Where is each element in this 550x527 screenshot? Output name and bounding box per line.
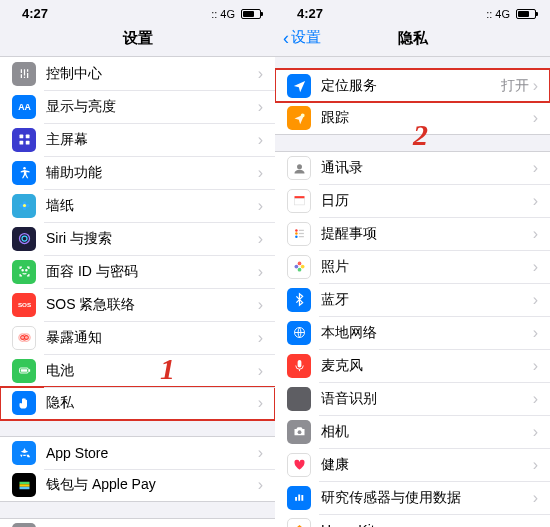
- row-label: 跟踪: [321, 109, 533, 127]
- chevron-right-icon: ›: [258, 395, 263, 411]
- row-label: 日历: [321, 192, 533, 210]
- row-label: SOS 紧急联络: [46, 296, 258, 314]
- chevron-right-icon: ›: [258, 363, 263, 379]
- chevron-right-icon: ›: [258, 198, 263, 214]
- chevron-right-icon: ›: [533, 78, 538, 94]
- bluetooth-icon: [287, 288, 311, 312]
- siri-icon: [12, 227, 36, 251]
- settings-row-contacts[interactable]: 通讯录›: [275, 151, 550, 184]
- page-title: 设置: [123, 29, 153, 46]
- settings-row-calendar[interactable]: 日历›: [275, 184, 550, 217]
- chevron-right-icon: ›: [533, 193, 538, 209]
- settings-row-aa[interactable]: AA显示与亮度›: [0, 90, 275, 123]
- status-time: 4:27: [22, 6, 48, 21]
- settings-row-speech[interactable]: 语音识别›: [275, 382, 550, 415]
- aa-icon: AA: [12, 95, 36, 119]
- settings-row-key[interactable]: 密码›: [0, 518, 275, 527]
- health-icon: [287, 453, 311, 477]
- svg-point-40: [294, 265, 298, 269]
- settings-list[interactable]: 控制中心›AA显示与亮度›主屏幕›辅助功能›墙纸›Siri 与搜索›面容 ID …: [0, 57, 275, 527]
- svg-point-31: [295, 229, 298, 232]
- settings-row-astore[interactable]: App Store›: [0, 436, 275, 469]
- row-label: 暴露通知: [46, 329, 258, 347]
- svg-rect-24: [19, 484, 29, 487]
- svg-rect-25: [19, 486, 29, 489]
- svg-point-32: [295, 232, 298, 235]
- settings-row-sos[interactable]: SOSSOS 紧急联络›: [0, 288, 275, 321]
- photos-icon: [287, 255, 311, 279]
- status-time: 4:27: [297, 6, 323, 21]
- settings-row-homekit[interactable]: HomeKit›: [275, 514, 550, 527]
- tracking-icon: [287, 106, 311, 130]
- back-button[interactable]: ‹ 设置: [283, 28, 321, 47]
- row-label: 麦克风: [321, 357, 533, 375]
- settings-row-photos[interactable]: 照片›: [275, 250, 550, 283]
- face-icon: [12, 260, 36, 284]
- settings-row-research[interactable]: 研究传感器与使用数据›: [275, 481, 550, 514]
- settings-row-access[interactable]: 辅助功能›: [0, 156, 275, 189]
- battery-icon: [12, 359, 36, 383]
- row-label: 主屏幕: [46, 131, 258, 149]
- row-label: 研究传感器与使用数据: [321, 489, 533, 507]
- settings-row-wallet[interactable]: 钱包与 Apple Pay›: [0, 469, 275, 502]
- svg-rect-29: [294, 196, 304, 199]
- exposure-icon: [12, 326, 36, 350]
- chevron-right-icon: ›: [533, 457, 538, 473]
- svg-rect-3: [19, 141, 23, 145]
- settings-row-health[interactable]: 健康›: [275, 448, 550, 481]
- settings-row-battery[interactable]: 电池›: [0, 354, 275, 387]
- settings-row-siri[interactable]: Siri 与搜索›: [0, 222, 275, 255]
- grid-icon: [12, 128, 36, 152]
- row-label: 钱包与 Apple Pay: [46, 476, 258, 494]
- row-label: 蓝牙: [321, 291, 533, 309]
- chevron-right-icon: ›: [533, 391, 538, 407]
- settings-row-location[interactable]: 定位服务打开›: [275, 69, 550, 102]
- row-label: 健康: [321, 456, 533, 474]
- key-icon: [12, 523, 36, 528]
- row-label: App Store: [46, 445, 258, 461]
- settings-row-tracking[interactable]: 跟踪›: [275, 102, 550, 135]
- settings-row-flower[interactable]: 墙纸›: [0, 189, 275, 222]
- svg-point-8: [25, 204, 29, 208]
- settings-row-network[interactable]: 本地网络›: [275, 316, 550, 349]
- settings-row-mic[interactable]: 麦克风›: [275, 349, 550, 382]
- row-label: 控制中心: [46, 65, 258, 83]
- settings-row-camera[interactable]: 相机›: [275, 415, 550, 448]
- chevron-right-icon: ›: [533, 522, 538, 527]
- svg-point-5: [23, 167, 26, 170]
- access-icon: [12, 161, 36, 185]
- settings-row-face[interactable]: 面容 ID 与密码›: [0, 255, 275, 288]
- contacts-icon: [287, 156, 311, 180]
- sos-icon: SOS: [12, 293, 36, 317]
- svg-rect-4: [25, 141, 29, 145]
- settings-row-exposure[interactable]: 暴露通知›: [0, 321, 275, 354]
- settings-row-control[interactable]: 控制中心›: [0, 57, 275, 90]
- battery-icon: [516, 9, 536, 19]
- status-right: :: 4G: [211, 8, 261, 20]
- camera-icon: [287, 420, 311, 444]
- reminders-icon: [287, 222, 311, 246]
- chevron-right-icon: ›: [533, 358, 538, 374]
- settings-row-reminders[interactable]: 提醒事项›: [275, 217, 550, 250]
- chevron-left-icon: ‹: [283, 29, 289, 47]
- chevron-right-icon: ›: [258, 297, 263, 313]
- chevron-right-icon: ›: [533, 226, 538, 242]
- svg-point-38: [300, 265, 304, 269]
- wallet-icon: [12, 473, 36, 497]
- svg-point-43: [297, 430, 301, 434]
- settings-row-bluetooth[interactable]: 蓝牙›: [275, 283, 550, 316]
- page-title: 隐私: [398, 29, 428, 46]
- chevron-right-icon: ›: [533, 110, 538, 126]
- settings-row-hand[interactable]: 隐私›: [0, 387, 275, 420]
- svg-rect-2: [25, 135, 29, 139]
- chevron-right-icon: ›: [258, 264, 263, 280]
- row-label: 电池: [46, 362, 258, 380]
- settings-screen: 4:27 :: 4G 设置 控制中心›AA显示与亮度›主屏幕›辅助功能›墙纸›S…: [0, 0, 275, 527]
- row-label: 隐私: [46, 394, 258, 412]
- research-icon: [287, 486, 311, 510]
- svg-rect-1: [19, 135, 23, 139]
- hand-icon: [12, 391, 36, 415]
- privacy-list[interactable]: 定位服务打开›跟踪›通讯录›日历›提醒事项›照片›蓝牙›本地网络›麦克风›语音识…: [275, 57, 550, 527]
- astore-icon: [12, 441, 36, 465]
- settings-row-grid[interactable]: 主屏幕›: [0, 123, 275, 156]
